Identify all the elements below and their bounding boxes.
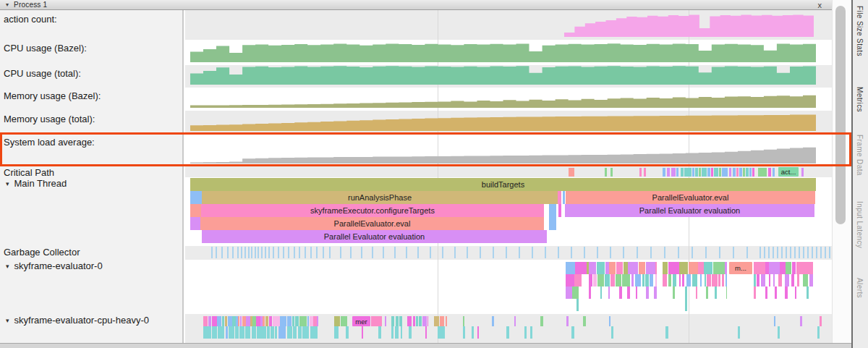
evaluator0-slice[interactable] — [785, 274, 788, 287]
gc-tick[interactable] — [442, 247, 443, 258]
gc-tick[interactable] — [310, 247, 312, 258]
evaluator0-slice[interactable] — [654, 287, 657, 299]
cpu-heavy-slice[interactable] — [401, 326, 402, 339]
evaluator0-slice[interactable] — [795, 287, 796, 299]
cpu-heavy-slice[interactable] — [416, 316, 418, 326]
evaluator0-slice[interactable] — [765, 287, 767, 299]
gc-tick[interactable] — [288, 247, 289, 258]
cpu-heavy-slice[interactable] — [419, 316, 422, 326]
evaluator0-slice[interactable] — [624, 262, 628, 274]
critical-path-slice[interactable] — [714, 168, 718, 177]
cpu-heavy-slice[interactable] — [238, 316, 239, 326]
gc-tick[interactable] — [597, 247, 598, 258]
cpu-heavy-slice[interactable] — [246, 316, 250, 326]
track-label-skyframe-evaluator-0[interactable]: ▾skyframe-evaluator-0 — [6, 260, 103, 271]
gc-tick[interactable] — [340, 247, 341, 258]
evaluator0-slice[interactable] — [673, 287, 675, 299]
critical-path-slice[interactable] — [695, 168, 698, 177]
cpu-heavy-slice[interactable] — [371, 316, 382, 326]
trace-canvas[interactable]: act...buildTargetsrunAnalysisPhaseParall… — [185, 10, 832, 343]
cpu-heavy-slice[interactable] — [267, 326, 270, 339]
cpu-heavy-slice[interactable] — [492, 316, 494, 326]
main-thread-slice[interactable] — [190, 191, 202, 204]
evaluator0-slice[interactable] — [631, 274, 634, 287]
evaluator0-slice[interactable] — [780, 262, 785, 274]
gc-tick[interactable] — [241, 247, 242, 258]
system-load-average-chart[interactable] — [185, 134, 832, 166]
gc-tick[interactable] — [705, 247, 707, 258]
evaluator0-slice[interactable] — [576, 299, 579, 311]
gc-tick[interactable] — [825, 247, 826, 258]
evaluator0-slice[interactable] — [600, 287, 602, 299]
gc-tick[interactable] — [227, 247, 229, 258]
close-button[interactable]: x — [818, 1, 822, 9]
gc-tick[interactable] — [790, 247, 791, 258]
cpu-heavy-slice[interactable] — [245, 326, 251, 339]
cpu-heavy-slice[interactable] — [800, 316, 803, 326]
cpu-heavy-slice[interactable] — [438, 326, 445, 339]
evaluator0-slice[interactable] — [715, 287, 716, 299]
evaluator0-slice[interactable] — [722, 274, 724, 287]
gc-tick[interactable] — [532, 247, 533, 258]
main-thread-slice[interactable] — [190, 204, 201, 217]
gc-tick[interactable] — [799, 247, 800, 258]
evaluator0-slice[interactable] — [689, 262, 698, 274]
main-thread-slice[interactable]: runAnalysisPhase — [202, 191, 558, 204]
cpu-heavy-slice[interactable] — [820, 316, 822, 326]
critical-path-badge[interactable]: act... — [778, 167, 799, 177]
cpu-heavy-slice[interactable] — [222, 326, 224, 339]
gc-tick[interactable] — [493, 247, 494, 258]
evaluator0-slice[interactable] — [803, 274, 808, 287]
evaluator0-slice[interactable] — [663, 274, 667, 287]
evaluator0-slice[interactable] — [642, 274, 644, 287]
cpu-heavy-slice[interactable] — [391, 326, 393, 339]
critical-path-slice[interactable] — [663, 168, 665, 177]
evaluator0-slice[interactable] — [673, 274, 676, 287]
gc-tick[interactable] — [506, 247, 507, 258]
gc-tick[interactable] — [733, 247, 734, 258]
evaluator0-slice[interactable] — [619, 287, 621, 299]
tab-metrics[interactable]: Metrics — [856, 87, 864, 112]
collapse-arrow-icon[interactable]: ▾ — [6, 180, 9, 187]
gc-tick[interactable] — [786, 247, 787, 258]
critical-path-slice[interactable] — [758, 168, 767, 177]
evaluator0-slice[interactable] — [608, 287, 610, 299]
collapse-arrow-icon[interactable]: ▾ — [6, 263, 9, 270]
gc-tick[interactable] — [278, 247, 279, 258]
track-label-skyframe-evaluator-cpu-heavy-0[interactable]: ▾skyframe-evaluator-cpu-heavy-0 — [6, 315, 149, 326]
gc-tick[interactable] — [430, 247, 431, 258]
cpu-heavy-slice[interactable] — [427, 316, 428, 326]
cpu-heavy-slice[interactable] — [395, 326, 399, 339]
horizontal-scrollbar[interactable] — [0, 343, 851, 348]
evaluator0-slice[interactable] — [646, 262, 655, 274]
evaluator0-slice[interactable] — [616, 262, 623, 274]
critical-path-slice[interactable] — [569, 168, 574, 177]
critical-path-slice[interactable] — [749, 168, 752, 177]
evaluator0-slice[interactable] — [692, 274, 697, 287]
evaluator0-slice[interactable] — [655, 274, 657, 287]
gc-tick[interactable] — [571, 247, 572, 258]
cpu-heavy-slice[interactable] — [299, 316, 303, 326]
evaluator0-slice[interactable] — [725, 262, 727, 274]
gc-tick[interactable] — [768, 247, 770, 258]
cpu-heavy-slice[interactable] — [571, 326, 574, 339]
cpu-heavy-slice[interactable] — [256, 316, 260, 326]
main-thread-slice[interactable]: Parallel Evaluator evaluation — [202, 230, 547, 243]
evaluator0-slice[interactable] — [765, 262, 769, 274]
scrollbar-thumb[interactable] — [835, 6, 846, 224]
gc-tick[interactable] — [623, 247, 624, 258]
critical-path-slice[interactable] — [752, 168, 754, 177]
evaluator0-slice[interactable] — [605, 262, 609, 274]
cpu-heavy-slice[interactable] — [287, 326, 292, 339]
evaluator0-slice[interactable] — [650, 274, 653, 287]
evaluator0-slice[interactable] — [679, 262, 688, 274]
cpu-heavy-slice[interactable] — [295, 316, 299, 326]
evaluator0-badge[interactable]: m... — [729, 262, 752, 274]
gc-tick[interactable] — [545, 247, 546, 258]
evaluator0-slice[interactable] — [566, 274, 574, 287]
cpu-heavy-slice[interactable] — [271, 326, 274, 339]
cpu-heavy-slice[interactable] — [217, 316, 221, 326]
evaluator0-slice[interactable] — [713, 262, 725, 274]
evaluator0-slice[interactable] — [636, 287, 637, 299]
evaluator0-slice[interactable] — [797, 274, 799, 287]
